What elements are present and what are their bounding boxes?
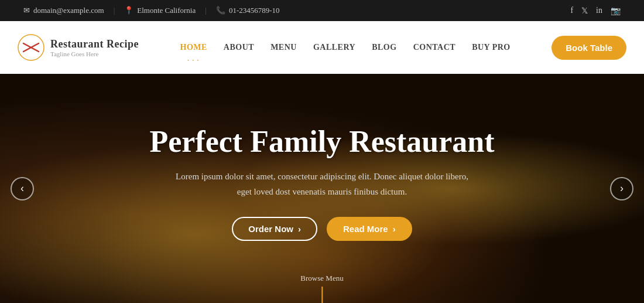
read-more-label: Read More [343, 224, 388, 234]
nav-home[interactable]: HOME [180, 40, 207, 55]
location-item: 📍 Elmonte California [124, 6, 196, 15]
slider-next-button[interactable]: › [610, 177, 633, 200]
facebook-icon[interactable]: f [570, 6, 573, 15]
read-more-button[interactable]: Read More › [327, 217, 412, 241]
divider-1: | [114, 6, 115, 15]
header: Restaurant Recipe Tagline Goes Here HOME… [0, 21, 644, 74]
arrow-left-icon: ‹ [20, 182, 24, 195]
email-icon: ✉ [23, 6, 30, 15]
email-text: domain@example.com [33, 6, 104, 15]
logo[interactable]: Restaurant Recipe Tagline Goes Here [18, 34, 139, 61]
phone-icon: 📞 [216, 6, 225, 15]
nav-gallery[interactable]: GALLERY [313, 40, 355, 55]
nav-buy-pro[interactable]: BUY PRO [472, 40, 511, 55]
instagram-icon[interactable]: 📷 [611, 6, 621, 16]
hero-title: Perfect Family Restaurant [149, 124, 494, 159]
logo-title: Restaurant Recipe [50, 38, 139, 50]
email-item: ✉ domain@example.com [23, 6, 104, 15]
book-table-button[interactable]: Book Table [551, 36, 626, 60]
read-more-chevron: › [393, 224, 396, 234]
order-now-button[interactable]: Order Now › [232, 217, 317, 241]
logo-text: Restaurant Recipe Tagline Goes Here [50, 38, 139, 57]
main-nav: HOME ABOUT MENU GALLERY BLOG CONTACT BUY… [180, 40, 511, 55]
twitter-icon[interactable]: 𝕏 [581, 6, 588, 16]
browse-menu-link[interactable]: Browse Menu [300, 274, 343, 303]
nav-blog[interactable]: BLOG [372, 40, 396, 55]
order-now-label: Order Now [248, 224, 293, 234]
phone-text: 01-23456789-10 [229, 6, 280, 15]
social-icons: f 𝕏 in 📷 [570, 6, 621, 16]
logo-tagline: Tagline Goes Here [50, 50, 139, 57]
nav-menu[interactable]: MENU [270, 40, 297, 55]
divider-2: | [205, 6, 207, 15]
nav-about[interactable]: ABOUT [224, 40, 254, 55]
nav-contact[interactable]: CONTACT [413, 40, 455, 55]
hero-content: Perfect Family Restaurant Lorem ipsum do… [0, 74, 644, 303]
top-bar-left: ✉ domain@example.com | 📍 Elmonte Califor… [23, 6, 280, 15]
browse-menu-text: Browse Menu [300, 274, 343, 283]
hero-description: Lorem ipsum dolor sit amet, consectetur … [170, 169, 474, 199]
slider-prev-button[interactable]: ‹ [11, 177, 34, 200]
order-now-chevron: › [298, 224, 301, 234]
hero-section: ‹ Perfect Family Restaurant Lorem ipsum … [0, 74, 644, 303]
location-icon: 📍 [124, 6, 133, 15]
top-bar: ✉ domain@example.com | 📍 Elmonte Califor… [0, 0, 644, 21]
arrow-right-icon: › [620, 182, 624, 195]
linkedin-icon[interactable]: in [596, 6, 602, 15]
logo-icon [18, 34, 44, 61]
phone-item: 📞 01-23456789-10 [216, 6, 280, 15]
browse-bar-line [321, 287, 323, 303]
hero-buttons: Order Now › Read More › [232, 217, 412, 241]
location-text: Elmonte California [137, 6, 196, 15]
